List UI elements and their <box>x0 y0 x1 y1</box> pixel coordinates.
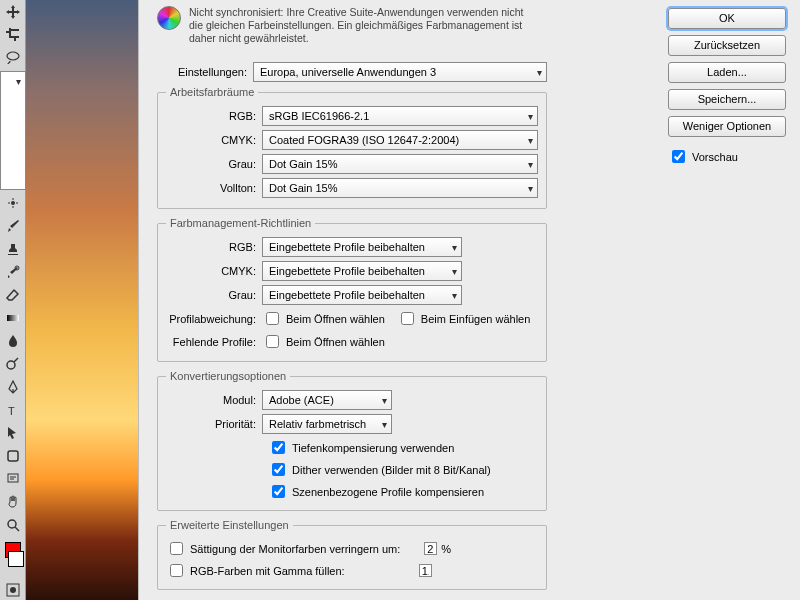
path-select-icon[interactable] <box>3 423 23 443</box>
dither-checkbox[interactable]: Dither verwenden (Bilder mit 8 Bit/Kanal… <box>268 460 538 479</box>
scene-checkbox[interactable]: Szenenbezogene Profile kompensieren <box>268 482 538 501</box>
history-brush-icon[interactable] <box>3 262 23 282</box>
blur-tool-icon[interactable] <box>3 331 23 351</box>
gamma-checkbox[interactable] <box>170 564 183 577</box>
bpc-checkbox[interactable]: Tiefenkompensierung verwenden <box>268 438 538 457</box>
svg-point-7 <box>8 520 16 528</box>
conversion-options-group: Konvertierungsoptionen Modul:Adobe (ACE)… <box>157 370 547 511</box>
lasso-tool-icon[interactable] <box>3 48 23 68</box>
desaturate-checkbox[interactable] <box>170 542 183 555</box>
healing-brush-icon[interactable] <box>3 193 23 213</box>
type-tool-icon[interactable]: T <box>3 400 23 420</box>
color-policies-group: Farbmanagement-Richtlinien RGB:Eingebett… <box>157 217 547 362</box>
notes-tool-icon[interactable] <box>3 469 23 489</box>
working-spaces-group: Arbeitsfarbräume RGB:sRGB IEC61966-2.1 C… <box>157 86 547 209</box>
gamma-input[interactable] <box>419 564 432 577</box>
shape-tool-icon[interactable] <box>3 446 23 466</box>
sync-status-text: Nicht synchronisiert: Ihre Creative Suit… <box>189 6 537 45</box>
policy-rgb-select[interactable]: Eingebettete Profile beibehalten <box>262 237 462 257</box>
rgb-select[interactable]: sRGB IEC61966-2.1 <box>262 106 538 126</box>
mismatch-open-checkbox[interactable]: Beim Öffnen wählen <box>262 309 385 328</box>
background-color[interactable] <box>8 551 24 567</box>
gradient-tool-icon[interactable] <box>3 308 23 328</box>
quickmask-icon[interactable] <box>3 580 23 600</box>
desaturate-input[interactable] <box>424 542 437 555</box>
ok-button[interactable]: OK <box>668 8 786 29</box>
missing-open-checkbox[interactable]: Beim Öffnen wählen <box>262 332 385 351</box>
crop-tool-icon[interactable] <box>3 25 23 45</box>
svg-rect-5 <box>8 451 18 461</box>
eraser-tool-icon[interactable] <box>3 285 23 305</box>
mismatch-paste-checkbox[interactable]: Beim Einfügen wählen <box>397 309 530 328</box>
settings-select[interactable]: Europa, universelle Anwendungen 3 <box>253 62 547 82</box>
intent-select[interactable]: Relativ farbmetrisch <box>262 414 392 434</box>
hand-tool-icon[interactable] <box>3 492 23 512</box>
zoom-tool-icon[interactable] <box>3 515 23 535</box>
sync-status-icon <box>157 6 181 30</box>
reset-button[interactable]: Zurücksetzen <box>668 35 786 56</box>
stamp-tool-icon[interactable] <box>3 239 23 259</box>
eyedropper-tool-icon[interactable] <box>0 71 26 190</box>
gray-select[interactable]: Dot Gain 15% <box>262 154 538 174</box>
fewer-options-button[interactable]: Weniger Optionen <box>668 116 786 137</box>
tool-palette: T <box>0 0 26 600</box>
move-tool-icon[interactable] <box>3 2 23 22</box>
advanced-group: Erweiterte Einstellungen Sättigung der M… <box>157 519 547 590</box>
save-button[interactable]: Speichern... <box>668 89 786 110</box>
cmyk-select[interactable]: Coated FOGRA39 (ISO 12647-2:2004) <box>262 130 538 150</box>
settings-label: Einstellungen: <box>157 66 253 78</box>
brush-tool-icon[interactable] <box>3 216 23 236</box>
engine-select[interactable]: Adobe (ACE) <box>262 390 392 410</box>
pen-tool-icon[interactable] <box>3 377 23 397</box>
load-button[interactable]: Laden... <box>668 62 786 83</box>
svg-text:T: T <box>8 405 15 417</box>
svg-rect-6 <box>8 474 18 482</box>
dodge-tool-icon[interactable] <box>3 354 23 374</box>
spot-select[interactable]: Dot Gain 15% <box>262 178 538 198</box>
preview-checkbox[interactable]: Vorschau <box>668 147 786 166</box>
svg-rect-2 <box>7 315 19 321</box>
svg-point-3 <box>7 361 15 369</box>
color-settings-dialog: Nicht synchronisiert: Ihre Creative Suit… <box>138 0 800 600</box>
svg-point-9 <box>10 587 16 593</box>
svg-point-0 <box>11 201 15 205</box>
policy-cmyk-select[interactable]: Eingebettete Profile beibehalten <box>262 261 462 281</box>
policy-gray-select[interactable]: Eingebettete Profile beibehalten <box>262 285 462 305</box>
